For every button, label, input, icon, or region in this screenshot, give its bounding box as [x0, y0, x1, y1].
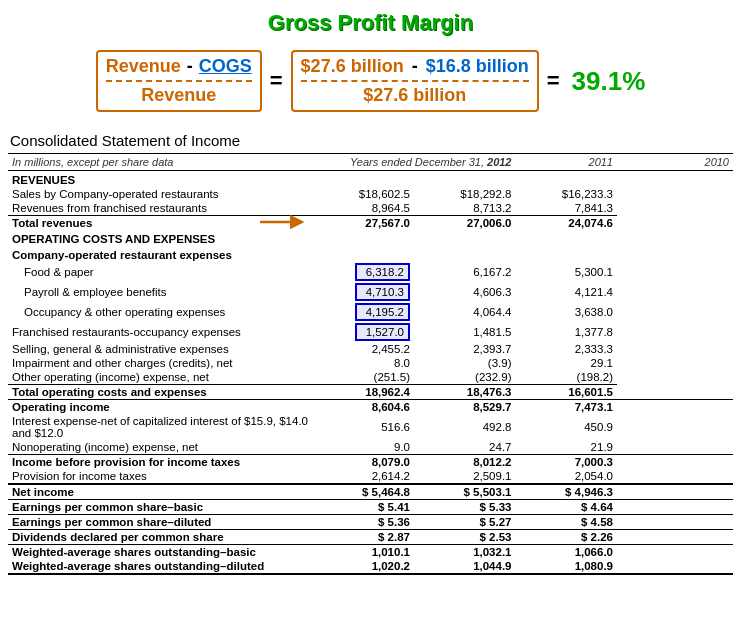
table-row: Weighted-average shares outstanding–basi… — [8, 545, 733, 560]
cell: 1,066.0 — [516, 545, 618, 560]
revenue-value: $27.6 billion — [301, 56, 404, 77]
cell: 2,455.2 — [313, 342, 415, 356]
revenue-label: Revenue — [106, 56, 181, 77]
cell — [516, 230, 618, 246]
cell: 2,393.7 — [414, 342, 516, 356]
formula-numerator: Revenue - COGS — [106, 56, 252, 77]
cell — [516, 246, 618, 262]
cell: Dividends declared per common share — [8, 530, 313, 545]
table-title: Consolidated Statement of Income — [8, 132, 733, 149]
formula-values: $27.6 billion - $16.8 billion $27.6 bill… — [291, 50, 539, 112]
cell: Weighted-average shares outstanding–basi… — [8, 545, 313, 560]
years-label: Years ended December 31, 2012 — [313, 154, 516, 171]
cell: Impairment and other charges (credits), … — [8, 356, 313, 370]
cell: Nonoperating (income) expense, net — [8, 440, 313, 455]
cell: 8,079.0 — [313, 455, 415, 470]
cell: 18,476.3 — [414, 385, 516, 400]
table-row: Occupancy & other operating expenses4,19… — [8, 302, 733, 322]
cell: 1,044.9 — [414, 559, 516, 574]
cell: $16,233.3 — [516, 187, 618, 201]
cell: 3,638.0 — [516, 302, 618, 322]
table-row: Dividends declared per common share$ 2.8… — [8, 530, 733, 545]
cell: $ 4.64 — [516, 500, 618, 515]
cell: Net income — [8, 484, 313, 500]
cell: Income before provision for income taxes — [8, 455, 313, 470]
cell: $ 5,464.8 — [313, 484, 415, 500]
cell: (3.9) — [414, 356, 516, 370]
cell: 8.0 — [313, 356, 415, 370]
cell: (198.2) — [516, 370, 618, 385]
cell: 2,614.2 — [313, 469, 415, 484]
page-header: Gross Profit Margin — [0, 0, 741, 42]
cell: 2,509.1 — [414, 469, 516, 484]
cell: 1,080.9 — [516, 559, 618, 574]
cell: 4,195.2 — [313, 302, 415, 322]
table-row: Interest expense-net of capitalized inte… — [8, 414, 733, 440]
cell: $18,292.8 — [414, 187, 516, 201]
cell: Operating income — [8, 400, 313, 415]
cell — [414, 246, 516, 262]
cell: $ 2.87 — [313, 530, 415, 545]
table-row: Total revenues 27,567.027,006.024,074.6 — [8, 216, 733, 231]
cell: $ 5.41 — [313, 500, 415, 515]
cell: 7,841.3 — [516, 201, 618, 216]
table-header-row: In millions, except per share data Years… — [8, 154, 733, 171]
cell: 7,473.1 — [516, 400, 618, 415]
cell: 5,300.1 — [516, 262, 618, 282]
table-row: Provision for income taxes2,614.22,509.1… — [8, 469, 733, 484]
cell: 450.9 — [516, 414, 618, 440]
result-value: 39.1% — [572, 66, 646, 97]
cell: 1,527.0 — [313, 322, 415, 342]
cell: 9.0 — [313, 440, 415, 455]
cell: 1,481.5 — [414, 322, 516, 342]
cell: 1,020.2 — [313, 559, 415, 574]
equals-sign-1: = — [270, 68, 283, 94]
cell: Franchised restaurants-occupancy expense… — [8, 322, 313, 342]
cell: 16,601.5 — [516, 385, 618, 400]
table-body: REVENUESSales by Company-operated restau… — [8, 171, 733, 575]
cell: 21.9 — [516, 440, 618, 455]
cell: Earnings per common share–basic — [8, 500, 313, 515]
cell: 29.1 — [516, 356, 618, 370]
minus-sign-2: - — [412, 56, 418, 77]
table-row: Other operating (income) expense, net(25… — [8, 370, 733, 385]
table-row: OPERATING COSTS AND EXPENSES — [8, 230, 733, 246]
cell: 492.8 — [414, 414, 516, 440]
fraction-divider — [106, 80, 252, 82]
col-2011-header: 2011 — [516, 154, 618, 171]
cell: 7,000.3 — [516, 455, 618, 470]
cell: 2,333.3 — [516, 342, 618, 356]
cell: $ 4.58 — [516, 515, 618, 530]
cell: Company-operated restaurant expenses — [8, 246, 313, 262]
values-numerator: $27.6 billion - $16.8 billion — [301, 56, 529, 77]
cell: $ 5.36 — [313, 515, 415, 530]
cell: 8,529.7 — [414, 400, 516, 415]
table-row: Total operating costs and expenses18,962… — [8, 385, 733, 400]
table-row: Food & paper6,318.26,167.25,300.1 — [8, 262, 733, 282]
formula-section: Revenue - COGS Revenue = $27.6 billion -… — [0, 42, 741, 124]
cell: 6,167.2 — [414, 262, 516, 282]
table-row: Earnings per common share–diluted$ 5.36$… — [8, 515, 733, 530]
cell — [414, 171, 516, 188]
cell: 4,064.4 — [414, 302, 516, 322]
table-row: Nonoperating (income) expense, net9.024.… — [8, 440, 733, 455]
subtitle-left: In millions, except per share data — [8, 154, 313, 171]
table-row: Impairment and other charges (credits), … — [8, 356, 733, 370]
table-row: Earnings per common share–basic$ 5.41$ 5… — [8, 500, 733, 515]
cell: 24.7 — [414, 440, 516, 455]
values-divider — [301, 80, 529, 82]
cell — [516, 171, 618, 188]
cell: 1,032.1 — [414, 545, 516, 560]
cell: $ 5,503.1 — [414, 484, 516, 500]
col-2010-header: 2010 — [617, 154, 733, 171]
cell: Food & paper — [8, 262, 313, 282]
table-row: Operating income8,604.68,529.77,473.1 — [8, 400, 733, 415]
table-row: Net income$ 5,464.8$ 5,503.1$ 4,946.3 — [8, 484, 733, 500]
cell: Occupancy & other operating expenses — [8, 302, 313, 322]
cell — [313, 230, 415, 246]
cell: (251.5) — [313, 370, 415, 385]
cell: 18,962.4 — [313, 385, 415, 400]
cell: $ 5.27 — [414, 515, 516, 530]
table-row: Selling, general & administrative expens… — [8, 342, 733, 356]
cell: 4,121.4 — [516, 282, 618, 302]
